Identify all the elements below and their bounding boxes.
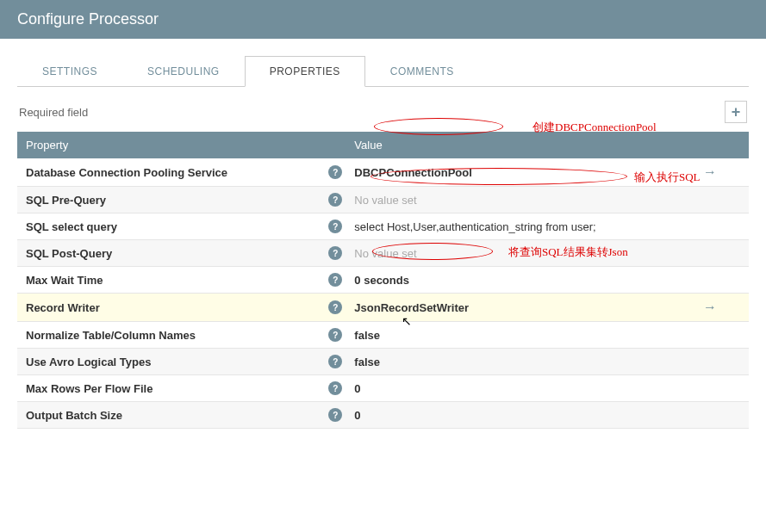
dialog-title: Configure Processor bbox=[17, 10, 159, 28]
header-property: Property bbox=[26, 139, 354, 152]
tabs-bar: SETTINGS SCHEDULING PROPERTIES COMMENTS bbox=[17, 56, 749, 87]
property-row[interactable]: Output Batch Size?0 bbox=[17, 402, 749, 429]
help-icon[interactable]: ? bbox=[328, 355, 342, 368]
property-name: SQL Pre-Query bbox=[26, 194, 106, 207]
property-name: SQL select query bbox=[26, 220, 117, 233]
property-name: Database Connection Pooling Service bbox=[26, 166, 227, 179]
mouse-cursor: ↖ bbox=[402, 314, 412, 328]
help-icon[interactable]: ? bbox=[328, 381, 342, 395]
tab-scheduling[interactable]: SCHEDULING bbox=[122, 56, 245, 86]
dialog-content: SETTINGS SCHEDULING PROPERTIES COMMENTS … bbox=[0, 39, 766, 446]
property-value[interactable]: 0 bbox=[354, 382, 360, 395]
property-name: Max Wait Time bbox=[26, 274, 103, 287]
property-value[interactable]: No value set bbox=[354, 247, 416, 260]
header-value: Value bbox=[354, 139, 680, 152]
property-value[interactable]: JsonRecordSetWriter bbox=[354, 301, 469, 314]
property-row[interactable]: SQL select query?select Host,User,authen… bbox=[17, 213, 749, 240]
property-value[interactable]: false bbox=[354, 329, 380, 342]
property-name: Output Batch Size bbox=[26, 409, 122, 422]
property-name: Max Rows Per Flow File bbox=[26, 382, 153, 395]
property-value[interactable]: false bbox=[354, 356, 380, 368]
property-name: Normalize Table/Column Names bbox=[26, 329, 196, 342]
help-icon[interactable]: ? bbox=[328, 300, 342, 314]
help-icon[interactable]: ? bbox=[328, 165, 342, 179]
property-row[interactable]: Database Connection Pooling Service?DBCP… bbox=[17, 158, 749, 187]
property-value[interactable]: select Host,User,authentication_string f… bbox=[354, 220, 595, 233]
goto-icon[interactable]: → bbox=[703, 164, 717, 180]
property-name: Record Writer bbox=[26, 301, 100, 314]
tab-comments[interactable]: COMMENTS bbox=[365, 56, 479, 86]
help-icon[interactable]: ? bbox=[328, 246, 342, 260]
property-row[interactable]: SQL Post-Query?No value set bbox=[17, 240, 749, 267]
required-row: Required field + bbox=[17, 97, 749, 127]
property-value[interactable]: No value set bbox=[354, 194, 416, 207]
required-label: Required field bbox=[19, 106, 88, 119]
property-row[interactable]: Use Avro Logical Types?false bbox=[17, 349, 749, 375]
help-icon[interactable]: ? bbox=[328, 408, 342, 422]
property-row[interactable]: Max Wait Time?0 seconds bbox=[17, 267, 749, 294]
goto-icon[interactable]: → bbox=[703, 300, 717, 315]
property-row[interactable]: Max Rows Per Flow File?0 bbox=[17, 375, 749, 402]
property-row[interactable]: Record Writer?JsonRecordSetWriter→ bbox=[17, 294, 749, 322]
dialog-header: Configure Processor bbox=[0, 0, 766, 39]
help-icon[interactable]: ? bbox=[328, 273, 342, 287]
property-table-body: Database Connection Pooling Service?DBCP… bbox=[17, 158, 749, 429]
help-icon[interactable]: ? bbox=[328, 193, 342, 207]
property-value[interactable]: 0 seconds bbox=[354, 274, 409, 287]
property-name: SQL Post-Query bbox=[26, 247, 112, 260]
tab-settings[interactable]: SETTINGS bbox=[17, 56, 122, 86]
property-table-header: Property Value bbox=[17, 132, 749, 158]
property-name: Use Avro Logical Types bbox=[26, 356, 151, 368]
tab-properties[interactable]: PROPERTIES bbox=[245, 56, 365, 87]
add-property-button[interactable]: + bbox=[725, 101, 747, 123]
property-row[interactable]: SQL Pre-Query?No value set bbox=[17, 187, 749, 213]
property-row[interactable]: Normalize Table/Column Names?false bbox=[17, 322, 749, 349]
help-icon[interactable]: ? bbox=[328, 328, 342, 342]
property-value[interactable]: DBCPConnectionPool bbox=[354, 166, 472, 179]
help-icon[interactable]: ? bbox=[328, 220, 342, 233]
property-value[interactable]: 0 bbox=[354, 409, 360, 422]
